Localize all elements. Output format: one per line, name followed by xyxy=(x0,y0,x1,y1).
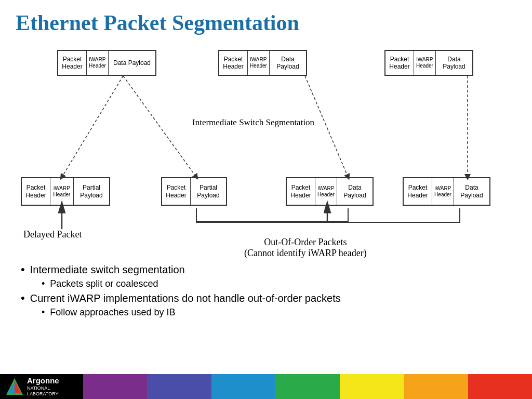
rainbow-yellow xyxy=(340,374,404,399)
top-packet-3: PacketHeader iWARPHeader DataPayload xyxy=(384,50,473,76)
svg-line-0 xyxy=(62,76,123,177)
cell: PartialPayload xyxy=(191,178,226,205)
footer-logo: Argonne NATIONAL LABORATORY xyxy=(0,374,83,399)
cell: iWARPHeader xyxy=(414,51,436,75)
slide: Ethernet Packet Segmentation PacketHeade… xyxy=(0,0,532,399)
cell: PacketHeader xyxy=(219,51,248,75)
cell: PacketHeader xyxy=(22,178,50,205)
cell: PacketHeader xyxy=(287,178,315,205)
bottom-packet-1: PacketHeader iWARPHeader PartialPayload xyxy=(21,177,110,206)
cell: DataPayload xyxy=(270,51,306,75)
cell: PacketHeader xyxy=(162,178,191,205)
diagram: PacketHeader iWARPHeader Data Payload Pa… xyxy=(16,45,516,263)
cell: iWARPHeader xyxy=(50,178,74,205)
rainbow-orange xyxy=(404,374,468,399)
arrows-svg xyxy=(16,45,514,263)
argonne-logo-icon xyxy=(5,377,24,396)
top-packet-1: PacketHeader iWARPHeader Data Payload xyxy=(57,50,156,76)
cell: DataPayload xyxy=(436,51,472,75)
bullet-2: Current iWARP implementations do not han… xyxy=(21,291,516,305)
rainbow-blue xyxy=(147,374,211,399)
rainbow-purple xyxy=(83,374,147,399)
cell: DataPayload xyxy=(337,178,373,205)
footer-logo-text: Argonne NATIONAL LABORATORY xyxy=(27,376,78,397)
svg-line-1 xyxy=(123,76,196,177)
footer-rainbow xyxy=(83,374,532,399)
cell: PartialPayload xyxy=(74,178,109,205)
bottom-packet-3: PacketHeader iWARPHeader DataPayload xyxy=(286,177,374,206)
cell: iWARPHeader xyxy=(248,51,270,75)
rainbow-red xyxy=(468,374,532,399)
bullet-1: Intermediate switch segmentation xyxy=(21,263,516,276)
cell: PacketHeader xyxy=(385,51,414,75)
rainbow-lightblue xyxy=(211,374,275,399)
label-delayed-packet: Delayed Packet xyxy=(23,229,82,240)
cell: Data Payload xyxy=(109,51,155,75)
label-switch-segmentation: Intermediate Switch Segmentation xyxy=(192,117,314,128)
cell: iWARPHeader xyxy=(87,51,109,75)
cell: iWARPHeader xyxy=(315,178,337,205)
rainbow-green xyxy=(275,374,339,399)
label-out-of-order: Out-Of-Order Packets(Cannot identify iWA… xyxy=(244,237,367,259)
cell: DataPayload xyxy=(454,178,489,205)
footer: Argonne NATIONAL LABORATORY xyxy=(0,374,532,399)
cell: PacketHeader xyxy=(58,51,87,75)
bottom-packet-4: PacketHeader iWARPHeader DataPayload xyxy=(403,177,490,206)
bullet-2-sub-1: Follow approaches used by IB xyxy=(42,307,516,318)
cell: iWARPHeader xyxy=(432,178,454,205)
top-packet-2: PacketHeader iWARPHeader DataPayload xyxy=(218,50,307,76)
bottom-packet-2: PacketHeader PartialPayload xyxy=(161,177,227,206)
bullet-list: Intermediate switch segmentation Packets… xyxy=(16,263,516,318)
page-title: Ethernet Packet Segmentation xyxy=(16,10,516,35)
cell: PacketHeader xyxy=(404,178,432,205)
bullet-1-sub-1: Packets split or coalesced xyxy=(42,278,516,289)
